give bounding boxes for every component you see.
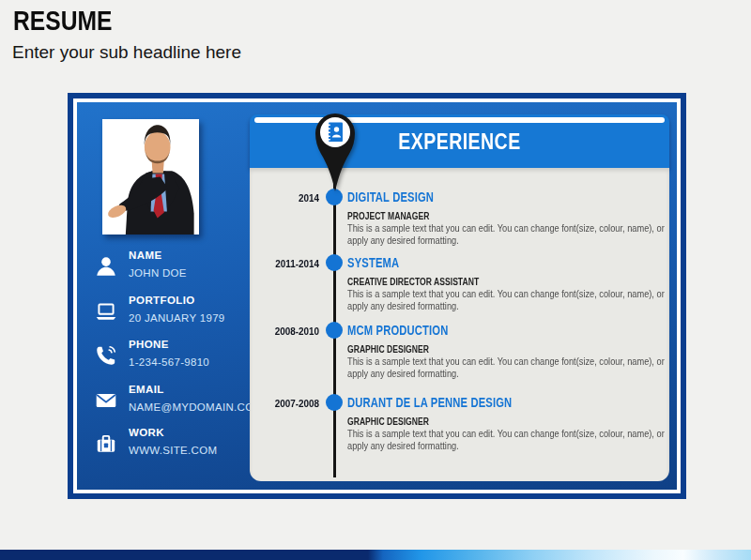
resume-slide: RESUME Enter your sub headline here — [0, 0, 751, 560]
man-portrait-illustration — [102, 119, 199, 235]
contact-value: 1-234-567-9810 — [129, 356, 252, 368]
contact-item-portfolio: PORTFOLIO 20 JANUARY 1979 — [92, 295, 252, 324]
timeline-dot — [326, 254, 343, 271]
contact-label: PHONE — [129, 339, 252, 350]
envelope-icon — [92, 386, 120, 415]
entry-years: 2014 — [256, 192, 319, 204]
entry-role: GRAPHIC DESIGNER — [347, 344, 429, 355]
contact-item-name: NAME JOHN DOE — [92, 250, 252, 279]
entry-description: This is a sample text that you can edit.… — [347, 429, 667, 453]
contact-label: PORTFOLIO — [129, 295, 252, 306]
entry-description: This is a sample text that you can edit.… — [347, 356, 667, 381]
contact-label: WORK — [129, 427, 252, 438]
page-title: RESUME — [13, 6, 112, 37]
contact-item-phone: PHONE 1-234-567-9810 — [92, 339, 252, 368]
page-subtitle: Enter your sub headline here — [12, 42, 241, 63]
contact-value: WWW.SITE.COM — [129, 445, 252, 456]
experience-content: 2014 DIGITAL DESIGN PROJECT MANAGER This… — [250, 168, 669, 481]
entry-years: 2011-2014 — [256, 258, 319, 269]
footer-gradient-bar — [0, 550, 751, 560]
contact-value: 20 JANUARY 1979 — [129, 312, 252, 324]
location-pin — [314, 107, 357, 193]
entry-company: DURANT DE LA PENNE DESIGN — [347, 395, 512, 410]
entry-role: GRAPHIC DESIGNER — [347, 416, 429, 427]
contact-value: NAME@MYDOMAIN.COM — [129, 401, 252, 413]
timeline-dot — [326, 322, 343, 339]
contact-item-email: EMAIL NAME@MYDOMAIN.COM — [92, 384, 252, 413]
resume-card: NAME JOHN DOE PORTFOLIO 20 JANUARY 1979 … — [68, 93, 686, 499]
phone-icon — [92, 341, 120, 370]
address-book-icon — [314, 107, 357, 193]
entry-description: This is a sample text that you can edit.… — [347, 223, 667, 248]
entry-description: This is a sample text that you can edit.… — [347, 289, 667, 313]
entry-role: PROJECT MANAGER — [347, 211, 429, 221]
entry-company: SYSTEMA — [347, 255, 399, 270]
laptop-icon — [92, 297, 120, 325]
entry-company: DIGITAL DESIGN — [347, 189, 434, 204]
contact-label: EMAIL — [129, 384, 252, 395]
profile-photo — [102, 119, 199, 235]
entry-company: MCM PRODUCTION — [347, 323, 448, 338]
entry-years: 2008-2010 — [256, 325, 319, 337]
entry-years: 2007-2008 — [256, 398, 319, 409]
person-icon — [92, 252, 120, 280]
contact-label: NAME — [129, 250, 252, 261]
contact-value: JOHN DOE — [129, 267, 252, 279]
contact-item-work: WORK WWW.SITE.COM — [92, 427, 252, 456]
briefcase-icon — [92, 430, 120, 458]
timeline-dot — [326, 394, 343, 411]
experience-panel: EXPERIENCE — [250, 114, 669, 481]
entry-role: CREATIVE DIRECTOR ASSISTANT — [347, 277, 479, 287]
